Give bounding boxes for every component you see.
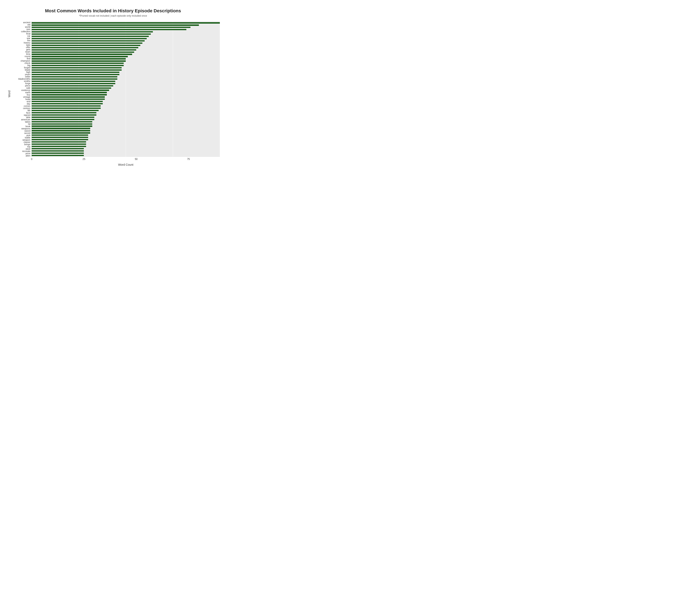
bar-row	[32, 136, 220, 138]
bar-row	[32, 82, 220, 85]
bar	[32, 153, 84, 154]
bar	[32, 67, 122, 68]
bar	[32, 117, 94, 118]
plot-area: ancientoldworldrarecollectionfinalcarwar…	[11, 22, 220, 157]
bar	[32, 60, 126, 61]
bar-row	[32, 40, 220, 42]
bar	[32, 42, 142, 44]
bar-row	[32, 69, 220, 71]
bars-container	[32, 22, 220, 157]
bar	[32, 81, 115, 82]
bar	[32, 51, 134, 53]
x-tick: 0	[31, 158, 33, 161]
bar-row	[32, 138, 220, 141]
bar-row	[32, 143, 220, 146]
bar	[32, 74, 119, 75]
bar-row	[32, 94, 220, 96]
x-tick: 50	[135, 158, 138, 161]
x-axis-label: Word Count	[32, 163, 220, 166]
chart-title: Most Common Words Included in History Ep…	[6, 8, 220, 13]
bar-row	[32, 29, 220, 31]
bar-row	[32, 118, 220, 121]
chart-area: Word ancientoldworldrarecollectionfinalc…	[6, 22, 220, 166]
bar-row	[32, 58, 220, 60]
bar	[32, 22, 220, 24]
bar-row	[32, 26, 220, 29]
bar-row	[32, 132, 220, 134]
bar	[32, 137, 88, 138]
bar-row	[32, 116, 220, 118]
bar	[32, 146, 86, 147]
bar	[32, 110, 99, 111]
chart-inner: ancientoldworldrarecollectionfinalcarwar…	[11, 22, 220, 166]
bar	[32, 112, 97, 113]
bar-row	[32, 154, 220, 157]
bar	[32, 132, 90, 133]
bar-row	[32, 141, 220, 143]
bar-row	[32, 110, 220, 112]
bar-row	[32, 148, 220, 150]
bar-row	[32, 125, 220, 127]
bar-row	[32, 80, 220, 82]
bar-row	[32, 67, 220, 69]
bar	[32, 34, 151, 35]
bar-row	[32, 105, 220, 107]
bar-row	[32, 123, 220, 125]
bar	[32, 119, 94, 120]
bar-row	[32, 44, 220, 46]
bar-row	[32, 112, 220, 114]
bar-row	[32, 78, 220, 80]
bar	[32, 143, 86, 145]
bar-row	[32, 51, 220, 53]
bar	[32, 125, 92, 127]
bar	[32, 31, 153, 33]
bar-row	[32, 71, 220, 74]
bar-row	[32, 114, 220, 116]
bar	[32, 58, 126, 59]
bars-and-grid	[32, 22, 220, 157]
bar-row	[32, 22, 220, 24]
x-axis: 0255075	[32, 157, 220, 162]
bar-row	[32, 152, 220, 154]
bar	[32, 134, 88, 136]
bar-row	[32, 76, 220, 78]
bar-row	[32, 55, 220, 58]
bar	[32, 40, 145, 41]
bar	[32, 108, 101, 109]
bar	[32, 27, 190, 28]
bar-row	[32, 74, 220, 76]
bar-row	[32, 33, 220, 35]
bar-row	[32, 150, 220, 152]
bar-row	[32, 87, 220, 89]
bar	[32, 105, 101, 107]
bar	[32, 65, 124, 66]
bar	[32, 121, 92, 122]
bar	[32, 103, 103, 104]
bar	[32, 89, 109, 91]
bar	[32, 150, 84, 152]
bar-row	[32, 127, 220, 130]
bar-row	[32, 53, 220, 55]
bar-row	[32, 100, 220, 103]
bar	[32, 101, 103, 102]
bar-row	[32, 42, 220, 44]
y-label: takes	[11, 121, 30, 123]
bar	[32, 155, 84, 156]
bar-row	[32, 35, 220, 38]
bar-row	[32, 98, 220, 100]
bar	[32, 47, 138, 48]
bar	[32, 130, 90, 131]
bar-row	[32, 130, 220, 132]
bar	[32, 123, 92, 125]
x-tick: 25	[83, 158, 85, 161]
bar-row	[32, 65, 220, 67]
bar-row	[32, 46, 220, 49]
bar	[32, 36, 149, 37]
bar	[32, 92, 107, 93]
bar	[32, 78, 117, 80]
y-axis-label: Word	[6, 22, 11, 166]
bar	[32, 70, 122, 71]
bar-row	[32, 96, 220, 98]
bar	[32, 29, 186, 30]
bar	[32, 25, 199, 26]
